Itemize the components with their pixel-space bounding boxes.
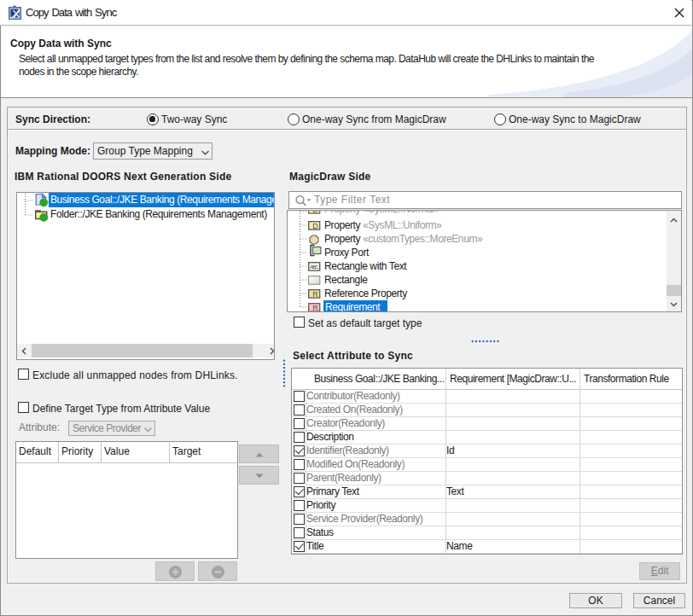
svg-text:R: R: [312, 290, 318, 299]
svg-text:ABC: ABC: [310, 264, 319, 270]
svg-text:D: D: [312, 222, 318, 230]
svg-text:D: D: [312, 210, 318, 214]
svg-text:R: R: [312, 304, 318, 312]
